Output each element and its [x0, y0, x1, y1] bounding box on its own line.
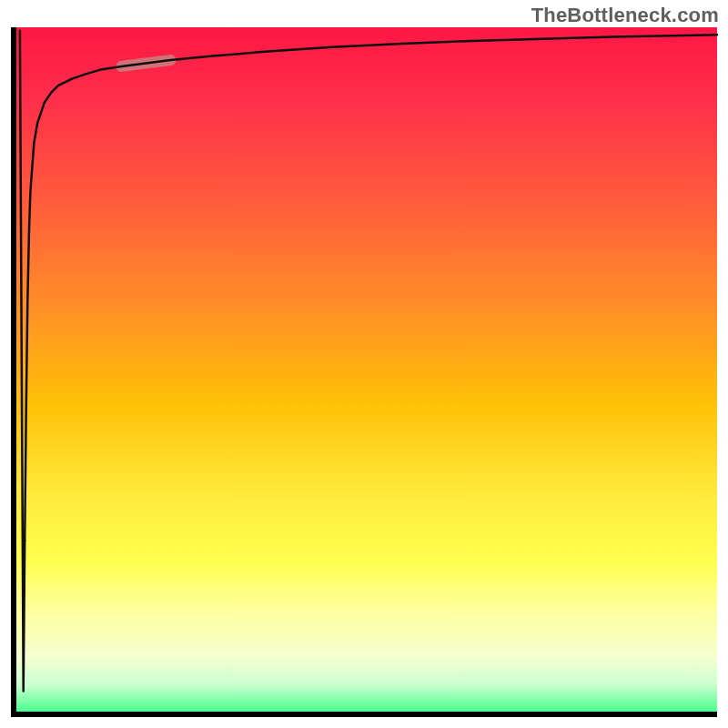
attribution-label: TheBottleneck.com [531, 4, 719, 27]
y-axis [11, 27, 16, 712]
x-axis [11, 712, 717, 717]
plot-background-gradient [16, 27, 717, 712]
chart-stage: TheBottleneck.com [0, 0, 728, 728]
